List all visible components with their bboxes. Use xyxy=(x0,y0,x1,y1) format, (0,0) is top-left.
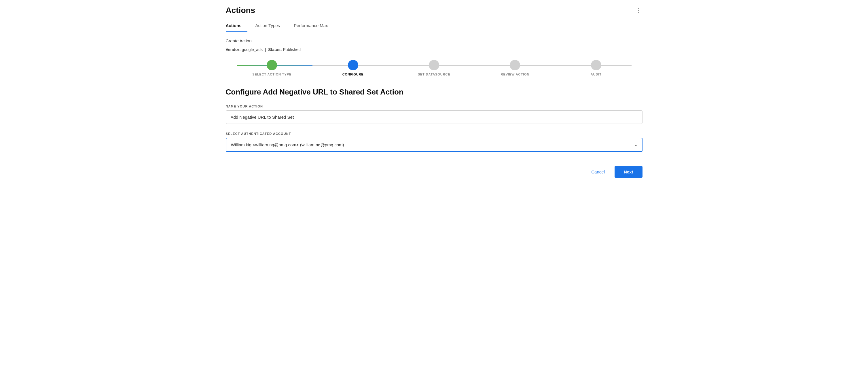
stepper-step-audit: AUDIT xyxy=(556,60,637,76)
step-circle-2 xyxy=(348,60,358,70)
vendor-status-bar: Vendor: google_ads | Status: Published xyxy=(226,47,643,52)
name-field-label: NAME YOUR ACTION xyxy=(226,105,643,108)
tab-action-types[interactable]: Action Types xyxy=(255,20,286,32)
step-circle-1 xyxy=(267,60,277,70)
vendor-value: google_ads xyxy=(242,47,262,52)
page-title: Actions xyxy=(226,6,255,15)
account-field-label: SELECT AUTHENTICATED ACCOUNT xyxy=(226,132,643,136)
cancel-button[interactable]: Cancel xyxy=(586,167,610,177)
footer-actions: Cancel Next xyxy=(226,160,643,178)
stepper-step-set-datasource: SET DATASOURCE xyxy=(393,60,474,76)
breadcrumb: Create Action xyxy=(226,38,643,43)
stepper-step-configure: CONFIGURE xyxy=(312,60,393,76)
separator: | xyxy=(265,47,266,52)
step-label-2: CONFIGURE xyxy=(342,72,364,76)
more-options-icon[interactable]: ⋮ xyxy=(636,7,643,14)
step-circle-4 xyxy=(510,60,520,70)
stepper-step-select-action-type: SELECT ACTION TYPE xyxy=(231,60,312,76)
step-label-1: SELECT ACTION TYPE xyxy=(252,72,291,76)
step-circle-5 xyxy=(591,60,601,70)
step-label-5: AUDIT xyxy=(591,72,601,76)
account-select-wrapper: William Ng <william.ng@pmg.com> (william… xyxy=(226,138,643,152)
next-button[interactable]: Next xyxy=(615,166,643,178)
step-label-3: SET DATASOURCE xyxy=(418,72,451,76)
stepper: SELECT ACTION TYPE CONFIGURE SET DATASOU… xyxy=(226,60,643,76)
status-label: Status: xyxy=(268,47,282,52)
step-circle-3 xyxy=(429,60,439,70)
tab-actions[interactable]: Actions xyxy=(226,20,247,32)
configure-section-title: Configure Add Negative URL to Shared Set… xyxy=(226,88,643,96)
vendor-label: Vendor: xyxy=(226,47,241,52)
step-label-4: REVIEW ACTION xyxy=(501,72,530,76)
action-name-input[interactable] xyxy=(226,110,643,124)
tab-performance-max[interactable]: Performance Max xyxy=(294,20,334,32)
tab-bar: Actions Action Types Performance Max xyxy=(226,20,643,32)
status-value: Published xyxy=(283,47,301,52)
account-select[interactable]: William Ng <william.ng@pmg.com> (william… xyxy=(226,138,643,152)
stepper-step-review-action: REVIEW ACTION xyxy=(475,60,556,76)
